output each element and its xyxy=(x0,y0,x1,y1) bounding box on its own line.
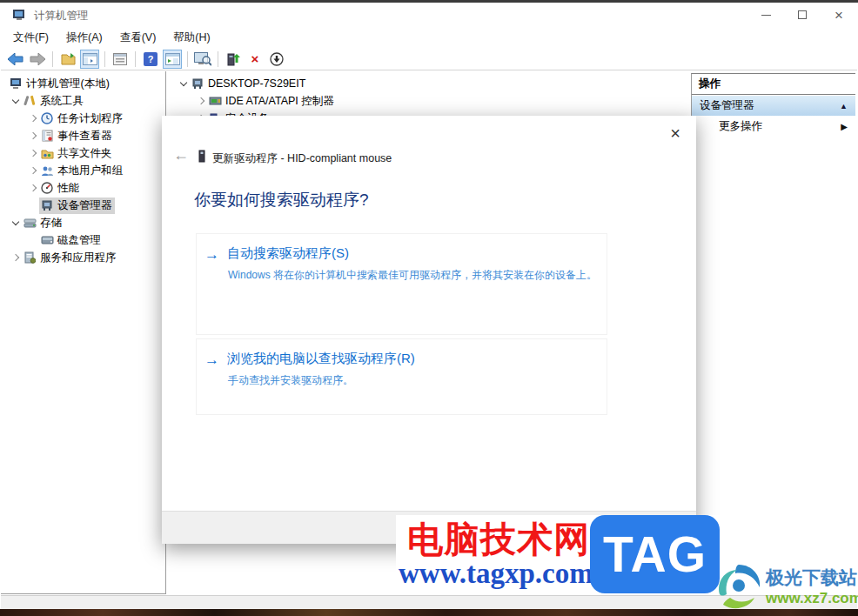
device-manager-icon xyxy=(39,199,55,211)
scan-hardware-icon xyxy=(227,52,240,66)
minimize-button[interactable] xyxy=(747,3,784,27)
sidebar-item-label: 服务和应用程序 xyxy=(37,250,119,266)
tagxp-watermark: 电脑技术网 www.tagxp.com TAG xyxy=(396,515,721,595)
sidebar-item-event-viewer[interactable]: 事件查看器 xyxy=(1,127,165,144)
sidebar-item-task-scheduler[interactable]: 任务计划程序 xyxy=(1,110,165,127)
dialog-back-button[interactable]: ← xyxy=(173,147,189,163)
console-tree-pane: 计算机管理(本地) 系统工具 任务计划程序 事件查看器 共享文件夹 本地用户和组 xyxy=(1,71,166,594)
minimize-icon xyxy=(761,15,771,16)
device-tree-item-label: IDE ATA/ATAPI 控制器 xyxy=(223,93,337,110)
toolbar: ? × xyxy=(1,48,857,70)
export-list-button[interactable] xyxy=(58,50,77,69)
sidebar-item-label: 存储 xyxy=(37,215,64,231)
sidebar-item-local-users-groups[interactable]: 本地用户和组 xyxy=(1,162,165,179)
disk-management-icon xyxy=(39,235,55,245)
sidebar-item-label: 本地用户和组 xyxy=(55,163,125,179)
chevron-right-icon xyxy=(30,132,37,139)
sidebar-item-label: 性能 xyxy=(55,180,82,197)
tagxp-site-url: www.tagxp.com xyxy=(399,558,593,590)
sidebar-item-system-tools[interactable]: 系统工具 xyxy=(1,92,165,110)
sidebar-item-label: 事件查看器 xyxy=(55,128,115,144)
computer-icon xyxy=(8,77,23,90)
sidebar-item-services-applications[interactable]: 服务和应用程序 xyxy=(1,249,165,266)
device-search-button[interactable] xyxy=(193,50,212,69)
window-title: 计算机管理 xyxy=(34,9,89,23)
folder-icon xyxy=(61,52,76,65)
more-actions-item[interactable]: 更多操作 ▶ xyxy=(692,116,855,137)
back-button[interactable] xyxy=(6,50,25,69)
menu-help[interactable]: 帮助(H) xyxy=(164,28,218,48)
chevron-right-icon xyxy=(30,150,37,157)
dialog-heading: 你要如何搜索驱动程序? xyxy=(194,189,369,211)
close-button[interactable]: × xyxy=(821,3,857,27)
titlebar[interactable]: 计算机管理 × xyxy=(1,3,857,27)
chevron-down-icon xyxy=(12,218,19,225)
show-console-tree-button[interactable] xyxy=(80,50,99,69)
xz7-watermark: 极光下载站 www.xz7.com xyxy=(712,557,858,616)
properties-icon xyxy=(113,53,127,65)
xz7-site-name: 极光下载站 xyxy=(766,566,857,590)
tag-logo: TAG xyxy=(590,515,720,593)
actions-section-device-manager[interactable]: 设备管理器 ▲ xyxy=(692,96,855,116)
menu-file[interactable]: 文件(F) xyxy=(4,28,57,48)
toolbar-separator xyxy=(104,51,105,67)
sidebar-item-label: 共享文件夹 xyxy=(55,145,115,162)
device-tree-item-ide[interactable]: IDE ATA/ATAPI 控制器 xyxy=(171,92,690,110)
option-description: Windows 将在你的计算机中搜索最佳可用驱动程序，并将其安装在你的设备上。 xyxy=(228,268,597,283)
chevron-right-icon xyxy=(30,115,37,122)
option-search-automatically[interactable]: → 自动搜索驱动程序(S) Windows 将在你的计算机中搜索最佳可用驱动程序… xyxy=(196,233,607,335)
sidebar-item-device-manager[interactable]: 设备管理器 xyxy=(1,197,165,214)
close-icon: × xyxy=(835,8,843,23)
sidebar-item-shared-folders[interactable]: 共享文件夹 xyxy=(1,144,165,162)
help-button[interactable]: ? xyxy=(141,50,160,69)
toolbar-separator xyxy=(187,51,188,67)
maximize-button[interactable] xyxy=(784,3,821,27)
menu-bar: 文件(F) 操作(A) 查看(V) 帮助(H) xyxy=(1,27,857,48)
action-pane-icon xyxy=(165,53,180,65)
menu-action[interactable]: 操作(A) xyxy=(57,28,111,48)
scan-hardware-button[interactable] xyxy=(224,50,243,69)
show-action-pane-button[interactable] xyxy=(163,50,182,69)
selected-tree-item[interactable]: 设备管理器 xyxy=(39,198,115,214)
actions-pane-header: 操作 xyxy=(692,74,855,95)
maximize-icon xyxy=(798,10,807,19)
collapse-icon[interactable]: ▲ xyxy=(840,102,848,110)
sidebar-item-storage[interactable]: 存储 xyxy=(1,214,165,231)
option-browse-computer[interactable]: → 浏览我的电脑以查找驱动程序(R) 手动查找并安装驱动程序。 xyxy=(196,338,607,415)
tagxp-site-name: 电脑技术网 xyxy=(407,516,590,564)
actions-section-title: 设备管理器 xyxy=(700,98,754,113)
dialog-close-button[interactable]: × xyxy=(667,121,684,145)
menu-view[interactable]: 查看(V) xyxy=(111,28,165,48)
task-scheduler-icon xyxy=(39,112,55,124)
computer-management-app-icon xyxy=(12,8,26,25)
uninstall-device-button[interactable]: × xyxy=(245,50,265,69)
forward-button[interactable] xyxy=(28,50,47,69)
device-tree-root[interactable]: DESKTOP-7S29EIT xyxy=(171,75,690,92)
sidebar-item-computer-management[interactable]: 计算机管理(本地) xyxy=(1,75,165,92)
option-arrow-icon: → xyxy=(204,247,219,262)
chevron-right-icon xyxy=(12,254,19,261)
dialog-title: 更新驱动程序 - HID-compliant mouse xyxy=(212,151,392,166)
uninstall-x-icon: × xyxy=(251,52,259,65)
disable-device-button[interactable] xyxy=(267,50,286,69)
update-driver-dialog: × ← 更新驱动程序 - HID-compliant mouse 你要如何搜索驱… xyxy=(162,116,696,544)
storage-icon xyxy=(22,218,37,229)
back-arrow-icon xyxy=(8,53,23,65)
option-arrow-icon: → xyxy=(204,352,219,367)
option-title[interactable]: 浏览我的电脑以查找驱动程序(R) xyxy=(227,351,415,367)
toolbar-separator xyxy=(218,51,218,67)
sidebar-item-disk-management[interactable]: 磁盘管理 xyxy=(1,231,165,249)
device-tree-root-label: DESKTOP-7S29EIT xyxy=(205,77,308,90)
chevron-down-icon xyxy=(180,79,187,86)
toolbar-separator xyxy=(52,51,53,67)
toolbar-separator xyxy=(135,51,136,67)
option-description: 手动查找并安装驱动程序。 xyxy=(228,373,353,388)
computer-icon xyxy=(190,77,205,90)
ide-controller-icon xyxy=(207,96,223,106)
sidebar-item-performance[interactable]: 性能 xyxy=(1,179,165,197)
sidebar-item-label: 任务计划程序 xyxy=(55,110,125,127)
sidebar-item-label: 计算机管理(本地) xyxy=(23,76,112,92)
properties-button[interactable] xyxy=(111,50,130,69)
option-title[interactable]: 自动搜索驱动程序(S) xyxy=(227,245,349,262)
submenu-arrow-icon: ▶ xyxy=(841,122,848,131)
